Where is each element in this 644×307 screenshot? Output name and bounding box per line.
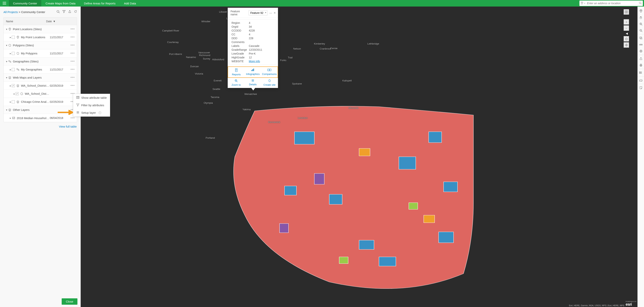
basemap-grid-icon[interactable] [624,9,629,14]
pan-tool-icon[interactable] [638,14,644,21]
caret-icon[interactable]: ▸ [9,100,12,103]
svg-rect-17 [424,215,434,223]
refresh-icon[interactable] [74,10,77,14]
compare-icon [262,68,277,72]
zoom-out-button[interactable]: − [624,25,629,31]
svg-point-0 [582,2,582,3]
row-more-icon[interactable]: ••• [70,84,75,88]
row-more-icon[interactable]: ••• [70,27,75,31]
layer-group-row[interactable]: ▾Web Maps and Layers••• [4,74,77,82]
address-input[interactable] [586,1,639,6]
visibility-checkbox[interactable] [12,100,15,103]
caret-icon[interactable]: ▸ [13,92,16,95]
tab-add-data[interactable]: Add Data [120,0,140,6]
close-icon[interactable]: ✕ [274,11,276,14]
row-label: Point Locations (Sites) [13,28,50,31]
zoomin-tool-icon[interactable] [638,21,644,27]
locate-button[interactable] [624,42,629,48]
print-icon[interactable] [638,62,644,68]
popup-action-details[interactable]: Details [244,78,261,88]
layer-group-row[interactable]: ▾Point Locations (Sites)••• [4,25,77,33]
measure-icon[interactable] [638,41,644,48]
col-date[interactable]: Date ▼ [46,20,69,23]
close-button[interactable]: Close [62,298,78,305]
layer-row[interactable]: ▸My Point Locations11/21/2017••• [4,33,77,41]
visibility-checkbox[interactable] [12,68,15,71]
feature-select[interactable]: Feature 92 [248,10,268,15]
caret-icon[interactable]: ▾ [5,108,8,112]
visibility-checkbox[interactable] [12,36,15,39]
caret-icon[interactable]: ▸ [9,36,12,39]
info-icon[interactable]: i [98,112,101,114]
minimize-icon[interactable]: — [269,11,272,14]
attr-row: LabelsCascade [232,44,274,48]
address-search[interactable]: ▾ [580,0,643,6]
export-map-icon[interactable] [638,55,644,62]
menu-hamburger[interactable] [0,0,9,6]
layer-row[interactable]: ▸Chicago Crime Analysis02/25/2019••• [4,98,77,106]
zoom-in-button[interactable]: ＋ [624,19,629,24]
pin-tool-icon[interactable] [638,8,644,14]
caret-icon[interactable]: ▾ [5,60,8,63]
layer-row[interactable]: ▸WA_School_Districts_2013••• [4,90,77,98]
export-icon[interactable] [68,10,71,14]
row-more-icon[interactable]: ••• [70,76,75,80]
legend-icon[interactable] [638,69,644,76]
popup-action-zoom-to[interactable]: Zoom to [228,78,244,88]
collapse-wedge-icon[interactable]: ◀ [622,32,628,35]
layer-row[interactable]: ▸WA_School_Districts_201302/25/2019••• [4,82,77,90]
home-extent-button[interactable] [624,36,629,42]
menu-item-filter-by-attributes[interactable]: Filter by attributes [73,102,110,109]
visibility-checkbox[interactable] [16,92,19,95]
polygon-icon [20,92,24,95]
caret-icon[interactable]: ▸ [9,116,12,120]
attr-val[interactable]: More info [249,60,260,63]
caret-icon[interactable]: ▸ [9,52,12,55]
row-more-icon[interactable]: ••• [70,59,75,64]
popup-action-reports[interactable]: Reports [228,67,244,78]
row-more-icon[interactable]: ••• [70,35,75,39]
layer-row[interactable]: ▸2018 Median Household Inco…06/04/2018••… [4,114,77,122]
popup-action-create-site[interactable]: Create site [261,78,278,88]
svg-rect-11 [429,132,442,142]
caret-icon[interactable]: ▸ [9,68,12,71]
caret-icon[interactable]: ▾ [5,76,8,79]
zoomout-tool-icon[interactable] [638,27,644,34]
menu-item-show-attribute-table[interactable]: Show attribute table [73,94,110,102]
layer-group-row[interactable]: ▾Polygons (Sites)••• [4,41,77,49]
layer-group-row[interactable]: ▾Geographies (Sites)••• [4,58,77,66]
row-more-icon[interactable]: ••• [70,68,75,72]
popup-action-infographics[interactable]: Infographics [244,67,261,78]
clear-icon[interactable] [638,48,644,54]
attr-val: 12/20/2011 [249,48,262,51]
layer-row[interactable]: ▸My Polygons11/21/2017••• [4,49,77,58]
view-full-table-link[interactable]: View full table [59,125,77,128]
caret-icon[interactable]: ▸ [9,84,12,87]
breadcrumb-root[interactable]: All Projects [4,10,18,14]
map-canvas[interactable]: LillooetLyttonWhistlerCampbell RiverCour… [81,6,638,307]
visibility-checkbox[interactable] [12,52,15,55]
filter-icon[interactable] [62,10,66,14]
note-icon[interactable] [638,84,644,91]
menu-item-setup-layer[interactable]: Setup layeri [73,109,110,116]
row-label: Polygons (Sites) [13,44,50,47]
row-more-icon[interactable]: ••• [70,43,75,47]
col-name[interactable]: Name [6,20,46,23]
report-icon [229,68,244,72]
caret-icon[interactable]: ▾ [5,28,8,31]
select-rect-icon[interactable] [638,35,644,41]
visibility-checkbox[interactable] [12,84,15,87]
drive-time-icon[interactable] [638,77,644,84]
popup-action-comparisons[interactable]: Comparisons [261,67,278,78]
attr-val: 34 [249,25,252,28]
bars-icon [245,68,260,72]
layer-row[interactable]: ▸My Geographies11/21/2017••• [4,66,77,74]
caret-icon[interactable]: ▾ [5,44,8,47]
tab-create-maps[interactable]: Create Maps from Data [41,0,80,6]
search-icon[interactable] [56,10,60,14]
tab-define-areas[interactable]: Define Areas for Reports [80,0,120,6]
row-more-icon[interactable]: ••• [70,51,75,55]
tab-community-center[interactable]: Community Center [9,0,41,6]
search-icon[interactable] [639,2,642,5]
row-label: My Geographies [21,68,50,71]
